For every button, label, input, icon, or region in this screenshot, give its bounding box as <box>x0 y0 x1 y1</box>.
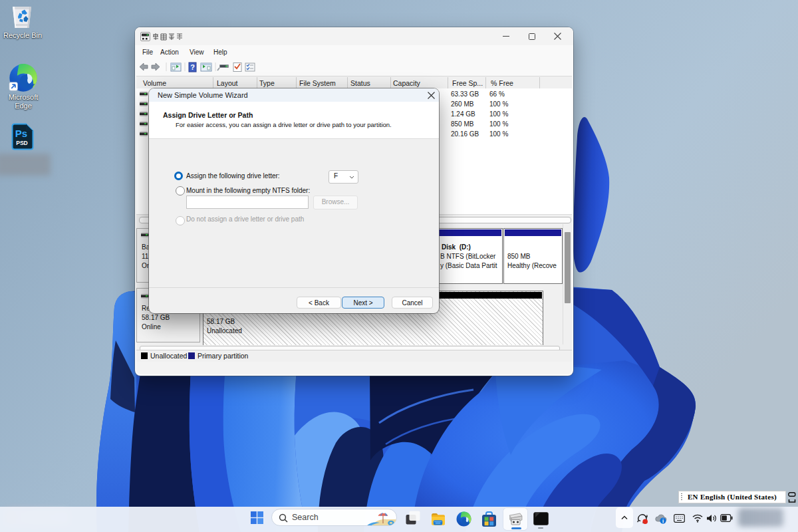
svg-text:PSD: PSD <box>16 140 27 146</box>
svg-text:?: ? <box>190 63 195 71</box>
svg-text:i: i <box>662 518 664 524</box>
svg-text:Ps: Ps <box>15 128 27 139</box>
